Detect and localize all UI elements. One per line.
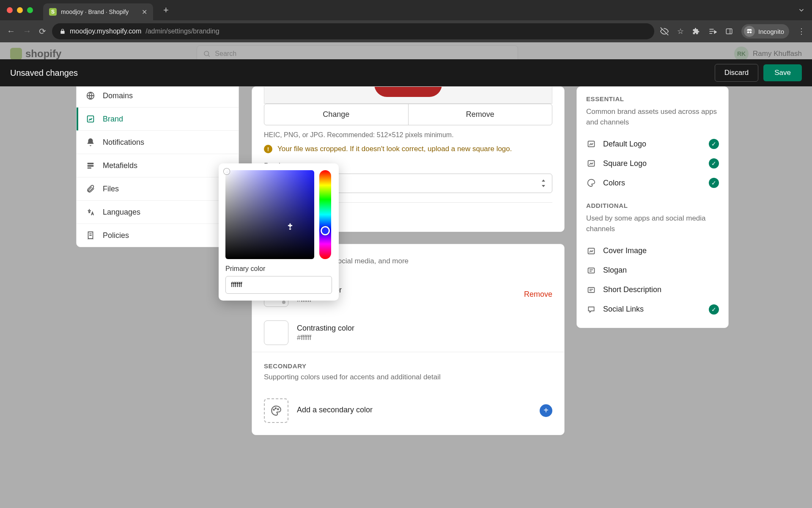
lock-icon (60, 28, 66, 34)
extensions-icon[interactable] (692, 28, 700, 35)
sidebar-item-languages[interactable]: Languages (77, 201, 239, 224)
maximize-window-icon[interactable] (27, 7, 33, 13)
sidebar-item-policies[interactable]: Policies (77, 224, 239, 247)
incognito-badge[interactable]: Incognito (741, 24, 789, 39)
sidebar-item-notifications[interactable]: Notifications (77, 131, 239, 154)
shopify-logo[interactable]: shopify (10, 48, 61, 60)
saturation-value-area[interactable] (225, 170, 314, 259)
sidebar-item-label: Brand (103, 115, 123, 124)
svg-point-17 (277, 409, 279, 410)
browser-tab-strip: S moodjoy · Brand · Shopify ✕ + (0, 0, 812, 20)
reload-icon[interactable]: ⟳ (39, 26, 46, 36)
sidebar-item-label: Files (103, 185, 119, 193)
svg-rect-14 (88, 168, 91, 169)
select-caret-icon (541, 179, 546, 187)
forward-icon[interactable]: → (23, 26, 31, 36)
unsaved-title: Unsaved changes (10, 68, 78, 78)
rail-item-cover-image[interactable]: Cover Image (586, 241, 719, 261)
svg-point-8 (204, 51, 209, 56)
hue-handle[interactable] (321, 226, 330, 235)
sidebar-item-brand[interactable]: Brand (77, 108, 239, 131)
change-logo-button[interactable]: Change (264, 104, 409, 125)
rail-item-label: Cover Image (603, 246, 719, 255)
picker-field-label: Primary color (225, 265, 332, 273)
url-host: moodjoy.myshopify.com (70, 28, 141, 35)
add-secondary-button[interactable]: + (540, 404, 552, 417)
rail-item-slogan[interactable]: Slogan (586, 261, 719, 280)
remove-primary-color[interactable]: Remove (524, 290, 552, 299)
check-icon: ✓ (709, 158, 719, 168)
url-path: /admin/settings/branding (145, 28, 219, 35)
rail-item-square-logo[interactable]: Square Logo ✓ (586, 154, 719, 173)
add-secondary-label: Add a secondary color (297, 406, 531, 414)
image-icon (586, 139, 596, 149)
hex-input[interactable] (225, 276, 332, 294)
text-lines-icon (586, 285, 596, 295)
chat-icon (586, 304, 596, 315)
shopify-bag-icon (10, 48, 22, 60)
additional-title: ADDITIONAL (586, 202, 719, 209)
paperclip-icon (86, 184, 95, 193)
logo-preview-box (264, 87, 552, 104)
sidebar-item-label: Languages (103, 208, 140, 217)
svg-point-6 (747, 31, 749, 33)
svg-rect-13 (88, 165, 94, 167)
remove-logo-button[interactable]: Remove (409, 104, 552, 125)
svg-point-15 (273, 409, 274, 410)
close-tab-icon[interactable]: ✕ (142, 8, 147, 16)
contrasting-color-swatch[interactable] (264, 320, 288, 345)
minimize-window-icon[interactable] (17, 7, 23, 13)
check-icon: ✓ (709, 178, 719, 188)
sidebar-item-label: Metafields (103, 161, 137, 170)
sidebar-item-label: Policies (103, 231, 129, 240)
essential-subtitle: Common brand assets used across apps and… (586, 107, 719, 127)
sidebar-item-metafields[interactable]: Metafields (77, 154, 239, 177)
settings-sidebar: Domains Brand Notifications (76, 86, 239, 508)
translate-icon (86, 207, 95, 217)
user-menu[interactable]: RK Ramy Khuffash (734, 47, 802, 61)
hue-slider[interactable] (319, 170, 331, 259)
user-avatar: RK (734, 47, 749, 61)
add-secondary-swatch[interactable] (264, 398, 288, 423)
tab-title: moodjoy · Brand · Shopify (61, 8, 137, 15)
warning-icon: ! (264, 145, 272, 153)
close-window-icon[interactable] (7, 7, 13, 13)
discard-button[interactable]: Discard (715, 64, 759, 82)
checklist-rail: ESSENTIAL Common brand assets used acros… (576, 86, 729, 508)
star-icon[interactable]: ☆ (677, 27, 684, 36)
new-tab-button[interactable]: + (163, 5, 169, 16)
globe-icon (86, 91, 95, 100)
eye-off-icon[interactable] (660, 27, 669, 36)
sidebar-item-label: Domains (103, 91, 133, 100)
svg-point-16 (275, 408, 277, 409)
panel-icon[interactable] (725, 28, 733, 35)
shopify-favicon-icon: S (49, 8, 57, 16)
cursor-icon (286, 223, 294, 230)
playlist-icon[interactable] (708, 27, 717, 36)
palette-icon (271, 405, 282, 416)
window-controls[interactable] (7, 7, 33, 13)
back-icon[interactable]: ← (7, 26, 15, 36)
kebab-menu-icon[interactable]: ⋮ (798, 27, 805, 36)
save-button[interactable]: Save (763, 64, 802, 81)
rail-item-social-links[interactable]: Social Links ✓ (586, 300, 719, 319)
contrasting-color-row: Contrasting color #ffffff (252, 314, 564, 352)
crop-warning: ! Your file was cropped. If it doesn't l… (264, 144, 552, 154)
browser-tab[interactable]: S moodjoy · Brand · Shopify ✕ (43, 3, 153, 20)
svg-line-9 (208, 55, 210, 56)
image-icon (586, 246, 596, 256)
svg-marker-3 (714, 30, 716, 33)
brand-icon (86, 114, 95, 124)
sv-handle[interactable] (224, 168, 230, 174)
palette-icon (586, 178, 596, 188)
rail-item-default-logo[interactable]: Default Logo ✓ (586, 134, 719, 154)
rail-item-short-description[interactable]: Short Description (586, 280, 719, 300)
sidebar-item-files[interactable]: Files (77, 177, 239, 201)
tab-overflow-icon[interactable] (798, 6, 805, 14)
svg-rect-21 (588, 268, 595, 273)
sidebar-item-domains[interactable]: Domains (77, 87, 239, 108)
address-bar[interactable]: moodjoy.myshopify.com/admin/settings/bra… (52, 23, 654, 39)
rail-item-colors[interactable]: Colors ✓ (586, 173, 719, 193)
metafields-icon (86, 161, 95, 170)
svg-point-7 (750, 31, 752, 33)
